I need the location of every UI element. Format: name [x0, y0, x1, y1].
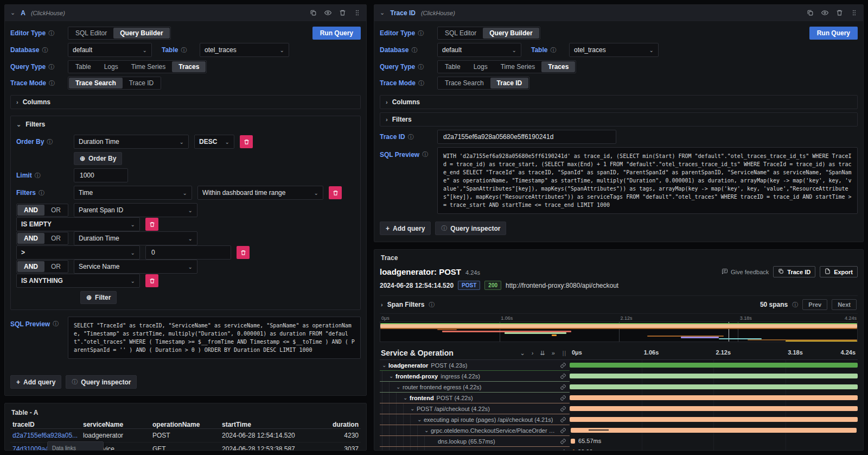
logic-and[interactable]: AND [17, 205, 44, 216]
table-select[interactable]: otel_traces⌄ [200, 43, 289, 57]
expander-chevron-icon[interactable]: ⌄ [424, 427, 431, 433]
order-by-select[interactable]: Duration Time⌄ [74, 135, 189, 149]
time-range-select[interactable]: Within dashboard time range⌄ [197, 186, 323, 200]
tab-query-builder[interactable]: Query Builder [113, 28, 169, 39]
link-icon[interactable] [557, 373, 570, 380]
trace-id-button[interactable]: Trace ID [773, 266, 815, 277]
run-query-button[interactable]: Run Query [809, 27, 858, 40]
expander-chevron-icon[interactable]: ⌄ [382, 362, 388, 368]
link-icon[interactable] [557, 406, 570, 412]
duplicate-icon[interactable] [807, 9, 814, 16]
filter-field-select[interactable]: Parent Span ID⌄ [74, 203, 197, 217]
tab-trace-search[interactable]: Trace Search [69, 78, 123, 89]
span-bar-cell[interactable] [570, 371, 858, 382]
filter-operator-select[interactable]: IS EMPTY⌄ [16, 217, 140, 231]
filter-field-select[interactable]: Duration Time⌄ [74, 231, 197, 245]
trace-minimap[interactable]: 0μs1.06s2.12s3.18s4.24s [380, 315, 858, 343]
tab-logs[interactable]: Logs [98, 61, 125, 72]
chevron-right-icon[interactable]: › [381, 301, 383, 308]
span-duration-bar[interactable] [570, 384, 858, 389]
col-traceid[interactable]: traceID [12, 421, 83, 428]
span-name-cell[interactable]: ⌄frontendPOST (4.22s) [380, 393, 570, 403]
filter-operator-select[interactable]: >⌄ [16, 245, 140, 260]
collapse-chevron-icon[interactable]: ⌄ [380, 9, 385, 16]
limit-input[interactable] [79, 171, 123, 180]
span-bar-cell[interactable] [570, 414, 858, 425]
span-bar-cell[interactable] [570, 382, 858, 393]
duplicate-icon[interactable] [310, 9, 317, 16]
expander-chevron-icon[interactable]: ⌄ [403, 395, 410, 401]
logic-or[interactable]: OR [44, 205, 67, 216]
chevron-down-icon[interactable]: ⌄ [520, 350, 525, 357]
link-icon[interactable] [557, 416, 570, 423]
span-name-cell[interactable]: dns.lookup (65.57ms) [380, 436, 570, 447]
tab-time-series[interactable]: Time Series [494, 61, 542, 72]
span-filters-label[interactable]: Span Filters [387, 301, 425, 308]
link-icon[interactable] [557, 384, 570, 390]
tab-table[interactable]: Table [438, 61, 467, 72]
span-duration-bar[interactable] [570, 374, 858, 378]
span-bar-cell[interactable] [570, 393, 858, 403]
collapse-chevron-icon[interactable]: ⌄ [10, 9, 15, 16]
trace-id-input[interactable] [442, 132, 611, 141]
span-bar-cell[interactable] [570, 360, 858, 371]
span-name-cell[interactable]: tcp.connect (20.09ms) [380, 447, 570, 450]
filter-operator-select[interactable]: IS ANYTHING⌄ [16, 274, 140, 288]
span-name-cell[interactable]: ⌄frontend-proxyingress (4.22s) [380, 371, 570, 382]
span-name-cell[interactable]: ⌄executing api route (pages) /api/checko… [380, 414, 570, 425]
columns-collapse[interactable]: › Columns [380, 95, 858, 109]
tab-trace-search[interactable]: Trace Search [438, 78, 490, 89]
query-inspector-button[interactable]: ⓘQuery inspector [66, 375, 137, 389]
trash-icon[interactable] [339, 9, 346, 16]
span-name-cell[interactable]: ⌄router frontend egress (4.22s) [380, 382, 570, 393]
order-dir-select[interactable]: DESC⌄ [194, 135, 234, 149]
tab-traces[interactable]: Traces [541, 61, 575, 72]
logic-and[interactable]: AND [17, 233, 44, 244]
add-query-button[interactable]: +Add query [380, 222, 431, 235]
time-filter-delete-button[interactable] [329, 186, 342, 199]
span-duration-bar[interactable] [570, 406, 858, 411]
span-duration-bar[interactable] [570, 363, 858, 368]
expander-chevron-icon[interactable]: ⌄ [417, 416, 424, 422]
trash-icon[interactable] [836, 9, 843, 16]
time-field-select[interactable]: Time⌄ [74, 186, 192, 200]
database-select[interactable]: default⌄ [68, 43, 152, 57]
link-icon[interactable] [557, 362, 570, 369]
columns-collapse[interactable]: › Columns [10, 95, 361, 109]
drag-handle-icon[interactable] [851, 9, 858, 16]
link-icon[interactable] [557, 438, 570, 445]
next-button[interactable]: Next [832, 299, 857, 310]
span-duration-bar[interactable] [573, 450, 575, 450]
tab-logs[interactable]: Logs [467, 61, 494, 72]
tab-trace-id[interactable]: Trace ID [123, 78, 161, 89]
link-icon[interactable] [557, 427, 570, 434]
tab-sql-editor[interactable]: SQL Editor [438, 28, 483, 39]
tab-trace-id[interactable]: Trace ID [490, 78, 529, 89]
column-resize-handle[interactable]: || [560, 350, 569, 356]
logic-or[interactable]: OR [44, 233, 67, 244]
span-duration-bar[interactable] [570, 417, 858, 422]
span-bar-cell[interactable] [570, 425, 858, 436]
span-bar-cell[interactable]: 65.57ms [570, 436, 858, 447]
tab-query-builder[interactable]: Query Builder [483, 28, 539, 39]
span-duration-bar[interactable] [571, 439, 575, 444]
eye-icon[interactable] [821, 9, 828, 16]
trace-id-link[interactable]: d2a7155ef6a928a05... [12, 432, 83, 439]
minimap-area[interactable] [380, 321, 858, 342]
panel-a-header[interactable]: ⌄ A (ClickHouse) [5, 5, 366, 21]
prev-button[interactable]: Prev [802, 299, 827, 310]
export-button[interactable]: Export [820, 266, 858, 277]
database-select[interactable]: default⌄ [437, 43, 521, 57]
run-query-button[interactable]: Run Query [312, 27, 361, 40]
add-filter-button[interactable]: ⊕Filter [80, 291, 117, 304]
filters-collapse[interactable]: › Filters [380, 112, 858, 127]
order-by-delete-button[interactable] [240, 135, 253, 148]
link-icon[interactable] [557, 395, 570, 401]
double-chevron-right-icon[interactable]: » [552, 350, 555, 357]
filter-delete-button[interactable] [237, 246, 250, 259]
filter-field-select[interactable]: Service Name⌄ [74, 260, 197, 274]
col-starttime[interactable]: startTime [222, 421, 313, 428]
chevron-right-icon[interactable]: › [532, 350, 534, 357]
eye-icon[interactable] [324, 9, 331, 16]
span-name-cell[interactable]: ⌄loadgeneratorPOST (4.23s) [380, 360, 570, 371]
